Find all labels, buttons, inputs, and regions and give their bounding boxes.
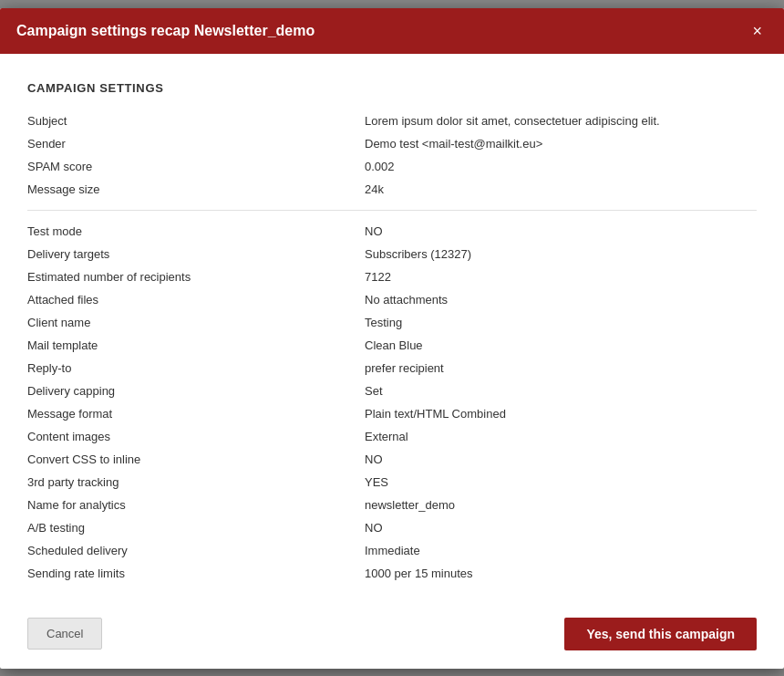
row-label: Sending rate limits [27, 567, 365, 580]
row-value: Plain text/HTML Combined [365, 407, 757, 421]
row-value: 24k [365, 182, 757, 196]
row-label: Client name [27, 316, 365, 329]
table-row: Message size24k [27, 178, 757, 201]
row-label: Content images [27, 430, 365, 443]
row-value: Lorem ipsum dolor sit amet, consectetuer… [365, 114, 757, 128]
modal-body: CAMPAIGN SETTINGS SubjectLorem ipsum dol… [0, 54, 784, 603]
table-row: Attached filesNo attachments [27, 288, 757, 311]
row-value: YES [365, 475, 757, 489]
row-value: Subscribers (12327) [365, 247, 757, 261]
row-label: Message format [27, 407, 365, 421]
send-campaign-button[interactable]: Yes, send this campaign [564, 618, 757, 650]
section-title: CAMPAIGN SETTINGS [27, 81, 757, 95]
table-row: Test modeNO [27, 220, 757, 243]
table-row: Mail templateClean Blue [27, 334, 757, 357]
table-row: Convert CSS to inlineNO [27, 448, 757, 471]
settings-groups: SubjectLorem ipsum dolor sit amet, conse… [27, 109, 757, 585]
row-value: Immediate [365, 544, 757, 557]
row-label: Mail template [27, 338, 365, 352]
row-label: Delivery capping [27, 384, 365, 398]
row-value: 1000 per 15 minutes [365, 567, 757, 580]
table-row: Name for analyticsnewsletter_demo [27, 494, 757, 516]
row-label: Test mode [27, 224, 365, 238]
row-value: Set [365, 384, 757, 398]
row-value: 7122 [365, 270, 757, 284]
table-row: Scheduled deliveryImmediate [27, 539, 757, 562]
row-value: NO [365, 452, 757, 466]
row-value: NO [365, 521, 757, 535]
row-value: 0.002 [365, 160, 757, 173]
row-value: NO [365, 224, 757, 238]
table-row: Client nameTesting [27, 311, 757, 334]
row-label: Name for analytics [27, 498, 365, 512]
table-row: SubjectLorem ipsum dolor sit amet, conse… [27, 109, 757, 132]
row-value: prefer recipient [365, 361, 757, 375]
cancel-button[interactable]: Cancel [27, 618, 102, 650]
row-value: newsletter_demo [365, 498, 757, 512]
table-row: 3rd party trackingYES [27, 471, 757, 494]
table-row: Estimated number of recipients7122 [27, 265, 757, 288]
row-label: Attached files [27, 293, 365, 307]
row-label: A/B testing [27, 521, 365, 535]
table-row: SPAM score0.002 [27, 155, 757, 178]
row-label: Scheduled delivery [27, 544, 365, 557]
row-value: Demo test <mail-test@mailkit.eu> [365, 137, 757, 151]
row-value: Clean Blue [365, 338, 757, 352]
close-button[interactable]: × [747, 21, 768, 41]
table-row: SenderDemo test <mail-test@mailkit.eu> [27, 132, 757, 155]
row-value: Testing [365, 316, 757, 329]
table-row: Content imagesExternal [27, 425, 757, 448]
modal-footer: Cancel Yes, send this campaign [0, 603, 784, 669]
modal-container: Campaign settings recap Newsletter_demo … [0, 8, 784, 669]
row-label: Convert CSS to inline [27, 452, 365, 466]
row-label: 3rd party tracking [27, 475, 365, 489]
row-label: Estimated number of recipients [27, 270, 365, 284]
modal-title: Campaign settings recap Newsletter_demo [16, 23, 315, 39]
row-value: External [365, 430, 757, 443]
row-label: Subject [27, 114, 365, 128]
modal-header: Campaign settings recap Newsletter_demo … [0, 8, 784, 54]
row-label: Sender [27, 137, 365, 151]
row-label: SPAM score [27, 160, 365, 173]
row-label: Reply-to [27, 361, 365, 375]
table-row: Delivery cappingSet [27, 380, 757, 402]
row-label: Message size [27, 182, 365, 196]
table-row: Reply-toprefer recipient [27, 357, 757, 380]
table-row: Sending rate limits1000 per 15 minutes [27, 562, 757, 585]
row-label: Delivery targets [27, 247, 365, 261]
table-row: A/B testingNO [27, 516, 757, 539]
table-row: Delivery targetsSubscribers (12327) [27, 243, 757, 265]
row-value: No attachments [365, 293, 757, 307]
table-row: Message formatPlain text/HTML Combined [27, 402, 757, 425]
